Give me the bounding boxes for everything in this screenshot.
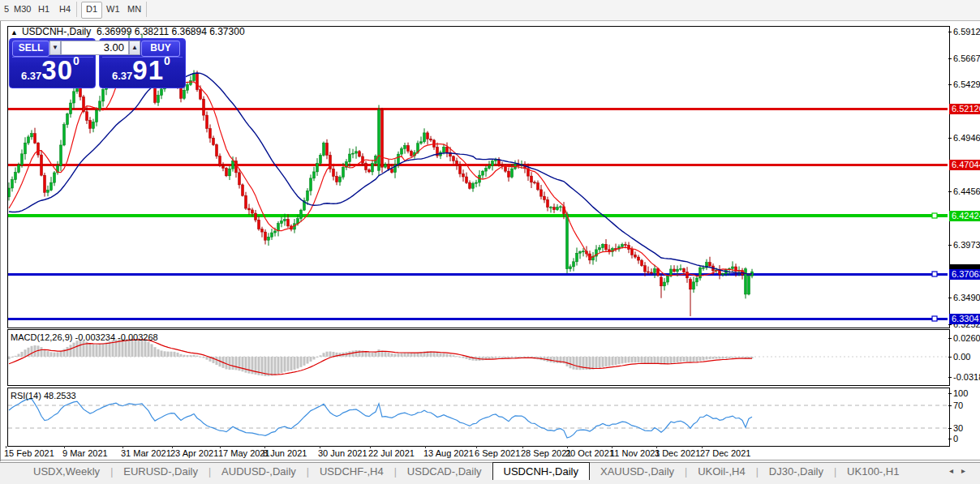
date-axis-tick bbox=[612, 446, 612, 448]
date-axis-tick bbox=[172, 446, 173, 448]
chart-tab-xauusd-[interactable]: XAUUSD-,Daily bbox=[590, 464, 685, 480]
date-axis-tick bbox=[370, 446, 371, 448]
chart-window[interactable]: ▲USDCNH-,Daily 6.36999 6.38211 6.36894 6… bbox=[0, 21, 980, 461]
date-axis-label: 9 Mar 2021 bbox=[62, 448, 108, 458]
date-axis-label: 20 Oct 2021 bbox=[565, 448, 614, 458]
date-axis-label: 11 Nov 2021 bbox=[610, 448, 660, 458]
sell-quote[interactable]: 6.37300 bbox=[21, 54, 80, 86]
timeframe-button-d1[interactable]: D1 bbox=[81, 2, 102, 19]
toolbar-separator bbox=[146, 2, 147, 17]
chart-tab-usdcad-[interactable]: USDCAD-,Daily bbox=[397, 464, 492, 480]
one-click-trade-panel: SELL BUY ▼ 3.00 ▲ 6.37300 6.37910 bbox=[9, 38, 186, 88]
price-axis-tick bbox=[948, 324, 952, 325]
chart-title: ▲USDCNH-,Daily 6.36999 6.38211 6.36894 6… bbox=[11, 26, 245, 37]
price-axis-tick bbox=[948, 32, 952, 32]
chart-tab-uk100-[interactable]: UK100-,H1 bbox=[836, 464, 909, 480]
volume-input[interactable]: 3.00 bbox=[61, 41, 129, 55]
timeframe-button-w1[interactable]: W1 bbox=[102, 2, 124, 17]
rsi-panel-frame[interactable] bbox=[7, 388, 950, 447]
date-axis-tick bbox=[64, 446, 65, 448]
rsi-axis-label: 70 bbox=[953, 400, 963, 410]
collapse-icon[interactable]: ▲ bbox=[11, 28, 18, 36]
date-axis-label: 13 Aug 2021 bbox=[423, 448, 474, 458]
rsi-axis-tick bbox=[948, 393, 952, 394]
rsi-axis-tick bbox=[948, 405, 952, 406]
price-axis-tick bbox=[948, 138, 952, 139]
price-axis-label: 6.59120 bbox=[953, 27, 980, 36]
macd-value-main: -0.003234 bbox=[75, 332, 115, 342]
macd-value-signal: -0.003268 bbox=[118, 332, 158, 342]
price-axis-tick bbox=[948, 298, 952, 298]
timeframe-button-h4[interactable]: H4 bbox=[55, 2, 75, 17]
date-axis-label: 30 Jun 2021 bbox=[318, 448, 368, 458]
date-axis-tick bbox=[567, 446, 568, 448]
buy-quote[interactable]: 6.37910 bbox=[112, 54, 170, 86]
chart-tab-dj30-[interactable]: DJ30-,Daily bbox=[759, 464, 834, 480]
chart-tab-bar: USDX,Weekly|EURUSD-,Daily|AUDUSD-,Daily|… bbox=[0, 462, 980, 484]
timeframe-button-m30[interactable]: M30 bbox=[10, 2, 35, 17]
tab-scroll-left-icon: ◂ bbox=[949, 466, 961, 475]
price-axis-label: 6.49460 bbox=[953, 133, 980, 143]
date-axis-label: 15 Feb 2021 bbox=[4, 448, 54, 458]
date-axis-tick bbox=[425, 446, 426, 448]
price-axis-tick bbox=[948, 191, 952, 192]
chart-tab-audusd-[interactable]: AUDUSD-,Daily bbox=[211, 464, 307, 480]
price-axis-tick bbox=[948, 84, 952, 85]
price-axis-label: 6.56670 bbox=[953, 54, 980, 63]
macd-axis-tick bbox=[948, 377, 952, 378]
date-axis-tick bbox=[522, 446, 523, 448]
rsi-axis-tick bbox=[948, 428, 952, 429]
chart-tab-usdcnh-[interactable]: USDCNH-,Daily bbox=[492, 462, 590, 480]
macd-axis-tick bbox=[948, 338, 952, 339]
date-axis-label: 8 Jun 2021 bbox=[263, 448, 307, 458]
hline-price-label: 6.52126 bbox=[949, 104, 980, 114]
date-axis-label: 31 Mar 2021 bbox=[121, 448, 171, 458]
hline-price-label: 6.33041 bbox=[949, 314, 980, 324]
chart-symbol-period: USDCNH-,Daily bbox=[22, 26, 91, 37]
rsi-axis-tick bbox=[948, 439, 952, 439]
chart-tab-usdx[interactable]: USDX,Weekly bbox=[23, 464, 110, 480]
macd-label: MACD(12,26,9) -0.003234 -0.003268 bbox=[11, 332, 158, 342]
macd-axis-tick bbox=[948, 357, 952, 358]
hline-price-label: 6.47044 bbox=[949, 160, 980, 170]
chart-tab-usdchf-[interactable]: USDCHF-,H4 bbox=[309, 464, 394, 480]
date-axis-label: 3 Dec 2021 bbox=[655, 448, 700, 458]
volume-decrease-button[interactable]: ▼ bbox=[49, 41, 61, 55]
date-axis-tick bbox=[264, 446, 265, 448]
date-axis-tick bbox=[320, 446, 320, 448]
date-axis-label: 28 Sep 2021 bbox=[521, 448, 571, 458]
date-axis-tick bbox=[220, 446, 221, 448]
price-axis-label: 6.54290 bbox=[953, 79, 980, 89]
price-axis-tick bbox=[948, 58, 952, 59]
price-axis-label: 6.44560 bbox=[953, 186, 980, 196]
date-axis-label: 6 Sep 2021 bbox=[475, 448, 520, 458]
macd-axis-label: 0.02607 bbox=[953, 333, 980, 343]
date-axis-tick bbox=[122, 446, 123, 448]
macd-axis-label: -0.03187 bbox=[953, 372, 980, 382]
volume-increase-button[interactable]: ▲ bbox=[129, 41, 140, 55]
hline-price-label: 6.37063 bbox=[949, 269, 980, 280]
date-axis-tick bbox=[702, 446, 703, 448]
chart-tab-ukoil-[interactable]: UKOil-,H4 bbox=[687, 464, 756, 480]
price-axis-label: 6.39730 bbox=[953, 240, 980, 250]
timeframe-button-h1[interactable]: H1 bbox=[34, 2, 54, 17]
date-axis-label: 22 Jul 2021 bbox=[368, 448, 415, 458]
rsi-axis-label: 100 bbox=[953, 388, 968, 398]
date-axis-tick bbox=[656, 446, 657, 448]
rsi-axis-label: 30 bbox=[953, 423, 963, 433]
window-bottom-edge bbox=[1, 460, 980, 460]
timeframe-toolbar: 5M30H1H4D1W1MN bbox=[0, 0, 980, 21]
date-axis-label: 27 Dec 2021 bbox=[700, 448, 750, 458]
date-axis-label: 23 Apr 2021 bbox=[170, 448, 218, 458]
rsi-axis-label: 0 bbox=[953, 434, 958, 443]
hline-price-label: 6.42424 bbox=[949, 211, 980, 221]
date-axis-tick bbox=[6, 446, 6, 448]
toolbar-separator bbox=[76, 2, 77, 17]
chart-tab-eurusd-[interactable]: EURUSD-,Daily bbox=[113, 464, 208, 480]
chart-ohlc-values: 6.36999 6.38211 6.36894 6.37300 bbox=[97, 26, 245, 37]
tab-scroll-right-icon: ▸ bbox=[961, 466, 974, 475]
timeframe-button-mn[interactable]: MN bbox=[123, 2, 145, 17]
macd-axis-label: 0.00 bbox=[953, 352, 970, 362]
price-axis-label: 6.34900 bbox=[953, 293, 980, 302]
tab-scroll-arrows[interactable]: ◂▸ bbox=[949, 466, 974, 475]
